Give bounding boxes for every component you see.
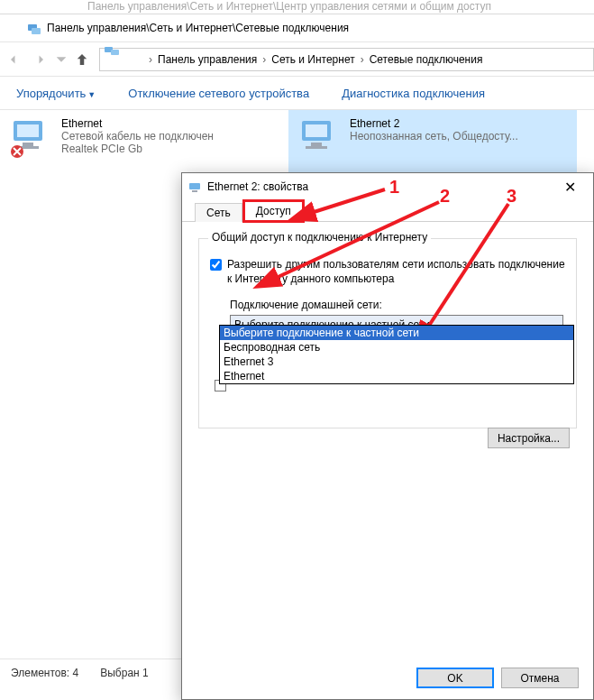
home-network-label: Подключение домашней сети: [230,299,565,311]
sharing-tab-panel: Общий доступ к подключению к Интернету Р… [182,222,593,659]
svg-rect-14 [192,190,197,192]
recent-dropdown[interactable] [54,46,69,73]
allow-sharing-checkbox[interactable] [210,259,222,271]
connection-status: Сетевой кабель не подключен [61,130,283,143]
connection-name: Ethernet 2 [350,117,571,130]
connection-item-ethernet2[interactable]: Ethernet 2 Неопознанная сеть, Общедосту.… [288,110,577,182]
network-adapter-icon [294,117,346,161]
chevron-right-icon: › [147,53,154,66]
svg-rect-3 [111,50,119,55]
background-window-title: Панель управления\Сеть и Интернет\Центр … [0,0,594,14]
window-title: Панель управления\Сеть и Интернет\Сетевы… [0,14,594,41]
dropdown-option[interactable]: Ethernet [220,369,573,383]
adapter-icon [187,180,202,194]
dialog-titlebar: Ethernet 2: свойства ✕ [182,173,593,200]
dropdown-option[interactable]: Ethernet 3 [220,355,573,369]
close-button[interactable]: ✕ [552,174,588,199]
breadcrumb-connections[interactable]: Сетевые подключения [366,53,487,66]
connection-device: Realtek PCIe Gb [61,143,283,155]
connection-item-ethernet[interactable]: Ethernet Сетевой кабель не подключен Rea… [0,110,288,182]
home-network-dropdown-list: Выберите подключение к частной сети Бесп… [219,325,574,384]
breadcrumb-network[interactable]: Сеть и Интернет [268,53,358,66]
nav-row: › Панель управления › Сеть и Интернет › … [0,41,594,76]
explorer-toolbar: Упорядочить▼ Отключение сетевого устройс… [0,76,594,110]
groupbox-legend: Общий доступ к подключению к Интернету [208,231,431,244]
dialog-title-text: Ethernet 2: свойства [207,180,552,193]
network-folder-icon [27,22,41,36]
tab-strip: Сеть Доступ [182,200,593,222]
settings-button[interactable]: Настройка... [488,428,570,448]
status-selected-count: Выбран 1 [100,667,148,679]
status-element-count: Элементов: 4 [11,667,78,679]
svg-rect-10 [306,124,327,137]
ok-button[interactable]: OK [416,668,494,688]
organize-menu[interactable]: Упорядочить▼ [0,81,112,106]
chevron-right-icon: › [260,53,268,66]
svg-rect-13 [189,183,200,189]
breadcrumb-control-panel[interactable]: Панель управления [154,53,260,66]
dropdown-option[interactable]: Беспроводная сеть [220,340,573,355]
back-button[interactable] [0,46,27,73]
svg-rect-1 [32,28,41,34]
svg-rect-5 [17,124,39,137]
connection-status: Неопознанная сеть, Общедосту... [350,130,571,143]
network-adapter-icon [5,117,58,161]
properties-dialog: Ethernet 2: свойства ✕ Сеть Доступ Общий… [181,172,594,700]
cancel-button[interactable]: Отмена [501,668,579,688]
chevron-down-icon: ▼ [87,90,96,99]
disable-device-button[interactable]: Отключение сетевого устройства [112,81,325,106]
connection-name: Ethernet [61,117,283,130]
allow-sharing-label: Разрешить другим пользователям сети испо… [227,257,565,286]
up-button[interactable] [69,46,96,73]
address-bar[interactable]: › Панель управления › Сеть и Интернет › … [99,48,594,71]
diagnose-button[interactable]: Диагностика подключения [325,81,501,106]
svg-rect-11 [311,143,322,146]
close-icon: ✕ [564,179,576,196]
chevron-right-icon: › [359,53,366,66]
dropdown-option[interactable]: Выберите подключение к частной сети [220,326,573,340]
tab-sharing[interactable]: Доступ [244,201,303,221]
tab-network[interactable]: Сеть [195,203,242,222]
ics-groupbox: Общий доступ к подключению к Интернету Р… [198,238,577,428]
dialog-button-row: OK Отмена [416,668,579,688]
svg-rect-6 [23,143,33,146]
location-icon [104,43,142,76]
forward-button[interactable] [27,46,54,73]
svg-rect-12 [306,146,327,149]
connections-list: Ethernet Сетевой кабель не подключен Rea… [0,110,594,182]
